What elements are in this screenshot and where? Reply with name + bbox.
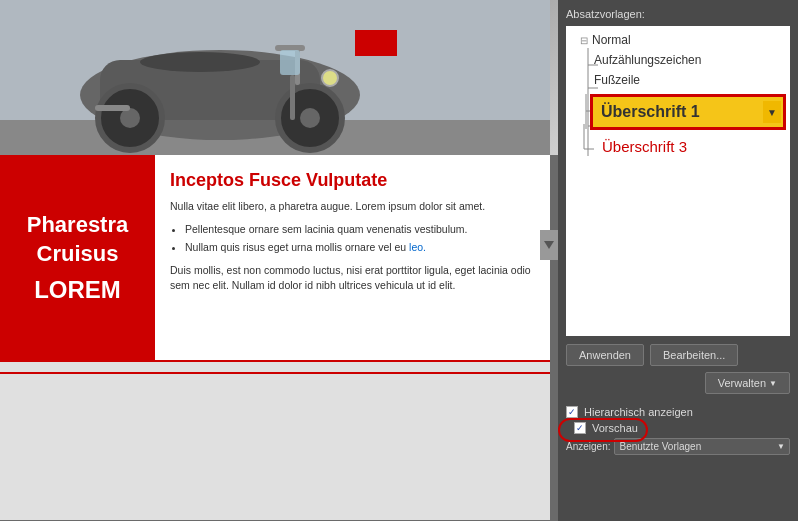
style-item-ueberschrift3[interactable]: Überschrift 3 bbox=[588, 134, 790, 159]
document-main-content: Inceptos Fusce Vulputate Nulla vitae eli… bbox=[155, 155, 550, 365]
select-anzeigen-label: Anzeigen: bbox=[566, 441, 610, 452]
moped-image bbox=[0, 0, 558, 155]
document-main-title: Inceptos Fusce Vulputate bbox=[170, 170, 535, 191]
sidebar-lorem-text: LOREM bbox=[34, 276, 121, 304]
manage-dropdown-arrow[interactable]: ▼ bbox=[769, 379, 777, 388]
bullet-text-2-pre: Nullam quis risus eget urna mollis ornar… bbox=[185, 241, 409, 253]
document-area: Pharestra Cruisus LOREM Inceptos Fusce V… bbox=[0, 0, 558, 521]
select-row: Anzeigen: Benutzte Vorlagen ▼ bbox=[566, 438, 790, 455]
style-label-fusszeile: Fußzeile bbox=[594, 73, 640, 87]
document-red-sidebar: Pharestra Cruisus LOREM bbox=[0, 155, 155, 360]
svg-point-15 bbox=[322, 70, 338, 86]
bullet-item-1: Pellentesque ornare sem lacinia quam ven… bbox=[185, 222, 535, 237]
hierarchisch-label: Hierarchisch anzeigen bbox=[584, 406, 693, 418]
sidebar-title-text: Pharestra Cruisus bbox=[15, 211, 140, 268]
document-bullet-list: Pellentesque ornare sem lacinia quam ven… bbox=[185, 222, 535, 255]
svg-point-6 bbox=[140, 52, 260, 72]
svg-marker-16 bbox=[544, 241, 554, 249]
svg-point-10 bbox=[300, 108, 320, 128]
panel-label: Absatzvorlagen: bbox=[566, 8, 790, 20]
document-red-line bbox=[0, 372, 550, 374]
svg-rect-13 bbox=[280, 50, 300, 75]
select-vorlagen-dropdown[interactable]: Benutzte Vorlagen ▼ bbox=[614, 438, 790, 455]
vorschau-row: ✓ Vorschau bbox=[566, 422, 790, 434]
style-item-ueberschrift1[interactable]: Überschrift 1 ▼ bbox=[590, 94, 786, 130]
manage-button[interactable]: Verwalten ▼ bbox=[705, 372, 790, 394]
style-item-aufzaehlungszeichen[interactable]: Aufzählungszeichen bbox=[566, 50, 790, 70]
svg-rect-12 bbox=[355, 30, 397, 56]
style-label-ueberschrift3: Überschrift 3 bbox=[602, 138, 687, 155]
vorschau-label: Vorschau bbox=[592, 422, 638, 434]
style-item-ueberschrift3-wrapper[interactable]: Überschrift 3 bbox=[588, 134, 790, 159]
style-label-aufzaehlungszeichen: Aufzählungszeichen bbox=[594, 53, 701, 67]
ueberschrift1-dropdown[interactable]: ▼ bbox=[763, 101, 781, 123]
document-bottom bbox=[0, 360, 550, 520]
styles-tree: ⊟ Normal Aufzählungszeichen Fußzeile bbox=[566, 26, 790, 163]
hierarchisch-row: ✓ Hierarchisch anzeigen bbox=[566, 406, 790, 418]
action-buttons-row: Anwenden Bearbeiten... bbox=[566, 344, 790, 366]
select-arrow-icon: ▼ bbox=[777, 442, 785, 451]
manage-label: Verwalten bbox=[718, 377, 766, 389]
edit-button[interactable]: Bearbeiten... bbox=[650, 344, 738, 366]
svg-rect-11 bbox=[290, 75, 295, 120]
style-label-normal: Normal bbox=[592, 33, 631, 47]
bottom-options: ✓ Hierarchisch anzeigen ✓ Vorschau Anzei… bbox=[566, 402, 790, 459]
style-item-fusszeile[interactable]: Fußzeile bbox=[566, 70, 790, 90]
styles-panel: Absatzvorlagen: ⊟ Normal Auf bbox=[558, 0, 798, 521]
styles-list[interactable]: ⊟ Normal Aufzählungszeichen Fußzeile bbox=[566, 26, 790, 336]
vorschau-checkbox[interactable]: ✓ bbox=[574, 422, 586, 434]
hierarchisch-checkbox[interactable]: ✓ bbox=[566, 406, 578, 418]
document-para2: Duis mollis, est non commodo luctus, nis… bbox=[170, 263, 535, 292]
select-value: Benutzte Vorlagen bbox=[619, 441, 701, 452]
scroll-down-arrow[interactable] bbox=[540, 230, 558, 260]
style-item-normal[interactable]: ⊟ Normal bbox=[566, 30, 790, 50]
bullet-item-2: Nullam quis risus eget urna mollis ornar… bbox=[185, 240, 535, 255]
manage-row: Verwalten ▼ bbox=[566, 372, 790, 394]
document-para1: Nulla vitae elit libero, a pharetra augu… bbox=[170, 199, 535, 214]
apply-button[interactable]: Anwenden bbox=[566, 344, 644, 366]
bullet-text-2-blue: leo. bbox=[409, 241, 426, 253]
style-item-ueberschrift1-wrapper[interactable]: Überschrift 1 ▼ bbox=[568, 94, 788, 130]
svg-rect-14 bbox=[95, 105, 130, 111]
style-label-ueberschrift1: Überschrift 1 bbox=[601, 103, 700, 121]
